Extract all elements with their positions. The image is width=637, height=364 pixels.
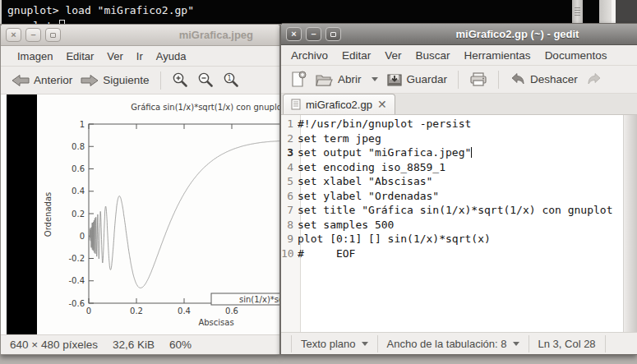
code-line[interactable]: 9plot [0:1] [] sin(1/x)*sqrt(x)	[281, 232, 623, 247]
line-number: 9	[281, 232, 298, 247]
chevron-down-icon	[513, 342, 519, 346]
line-text: # EOF	[298, 247, 355, 261]
svg-text:Ordenadas: Ordenadas	[44, 192, 53, 237]
menu-ver[interactable]: Ver	[385, 46, 401, 65]
svg-text:Abscisas: Abscisas	[198, 318, 233, 327]
zoom-normal-button[interactable]: 1	[219, 69, 244, 91]
terminal-command-line: gnuplot> load "miGrafico2.gp"	[7, 4, 194, 16]
background-window-edge	[599, 0, 612, 24]
line-text: set ylabel "Ordenadas"	[298, 189, 439, 204]
code-line[interactable]: 5set xlabel "Abscisas"	[281, 174, 623, 189]
svg-text:0.8: 0.8	[72, 142, 85, 151]
tab-migrafico2[interactable]: miGrafico2.gp ✕	[283, 94, 395, 114]
gedit-tabbar: miGrafico2.gp ✕	[281, 94, 637, 115]
line-text: set output "miGrafica.jpeg"	[298, 145, 472, 160]
line-number: 3	[281, 145, 298, 160]
open-button[interactable]: Abrir	[311, 70, 382, 90]
menu-imagen[interactable]: Imagen	[17, 47, 53, 66]
new-document-icon	[290, 71, 307, 88]
svg-text:0.4: 0.4	[178, 306, 191, 316]
gnuplot-chart: Gráfica sin(1/x)*sqrt(1/x) con gnuplotOr…	[37, 94, 279, 334]
terminal-window[interactable]: gnuplot> load "miGrafico2.gp" gnuplot>	[0, 0, 637, 24]
menu-archivo[interactable]: Archivo	[291, 46, 328, 65]
code-line[interactable]: 6set ylabel "Ordenadas"	[281, 189, 623, 204]
image-viewer-window: × – miGrafica.jpeg ImagenEditarVerIrAyud…	[0, 24, 280, 355]
print-button[interactable]	[465, 70, 492, 90]
gedit-toolbar: Abrir Guardar Deshacer	[281, 66, 637, 94]
line-text: set samples 500	[298, 218, 394, 233]
previous-label: Anterior	[34, 74, 72, 86]
menu-editar[interactable]: Editar	[66, 47, 94, 66]
maximize-button[interactable]	[325, 27, 341, 41]
open-label: Abrir	[338, 73, 362, 85]
editor-scrollbar[interactable]	[623, 115, 637, 332]
next-label: Siguiente	[103, 74, 149, 86]
viewer-window-title: miGrafica.jpeg	[65, 29, 275, 41]
tab-close-icon[interactable]: ✕	[377, 99, 387, 110]
menu-herramientas[interactable]: Herramientas	[464, 46, 531, 65]
svg-text:0.2: 0.2	[130, 306, 143, 316]
line-number: 2	[281, 131, 298, 146]
svg-text:-0.4: -0.4	[68, 276, 85, 285]
arrow-right-icon	[81, 74, 99, 87]
save-icon	[386, 71, 403, 88]
new-document-button[interactable]	[286, 68, 311, 90]
syntax-mode-label: Texto plano	[301, 338, 356, 350]
line-text: #!/usr/bin/gnuplot -persist	[298, 117, 471, 131]
menu-editar[interactable]: Editar	[342, 46, 371, 65]
code-line[interactable]: 3set output "miGrafica.jpeg"	[281, 145, 623, 160]
toolbar-separator	[160, 71, 161, 90]
next-image-button[interactable]: Siguiente	[76, 71, 153, 90]
line-text: plot [0:1] [] sin(1/x)*sqrt(x)	[298, 232, 491, 247]
gedit-titlebar[interactable]: × – miGrafico2.gp (~) - gedit	[281, 24, 637, 45]
save-label: Guardar	[407, 73, 448, 85]
redo-icon	[586, 72, 602, 86]
code-line[interactable]: 4set encoding iso_8859_1	[281, 160, 623, 175]
close-button[interactable]: ×	[286, 27, 302, 41]
viewer-titlebar[interactable]: × – miGrafica.jpeg	[1, 25, 279, 46]
menu-ver[interactable]: Ver	[107, 47, 123, 66]
menu-ayuda[interactable]: Ayuda	[156, 47, 187, 66]
code-line[interactable]: 10# EOF	[281, 247, 623, 261]
save-button[interactable]: Guardar	[382, 69, 452, 90]
open-dropdown-icon[interactable]	[372, 77, 378, 81]
code-line[interactable]: 7set title "Gráfica sin(1/x)*sqrt(1/x) c…	[281, 203, 623, 218]
menu-ir[interactable]: Ir	[136, 47, 143, 66]
viewer-statusbar: 640 × 480 píxeles 32,6 KiB 60%	[1, 334, 279, 354]
svg-text:Gráfica sin(1/x)*sqrt(1/x) con: Gráfica sin(1/x)*sqrt(1/x) con gnuplot	[131, 103, 279, 112]
svg-text:1: 1	[227, 75, 231, 82]
cursor-position-label: Ln 3, Col 28	[538, 338, 596, 350]
zoom-1-1-icon: 1	[223, 71, 240, 89]
minimize-button[interactable]: –	[25, 28, 41, 42]
minimize-button[interactable]: –	[306, 27, 321, 41]
previous-image-button[interactable]: Anterior	[7, 71, 76, 90]
terminal-scrollbar[interactable]	[572, 0, 583, 24]
tab-width-dropdown[interactable]: Ancho de la tabulación: 8	[378, 335, 529, 352]
zoom-in-button[interactable]	[168, 69, 193, 91]
gedit-statusbar: Texto plano Ancho de la tabulación: 8 Ln…	[281, 332, 637, 354]
svg-text:-0.2: -0.2	[68, 254, 85, 263]
toolbar-separator	[458, 71, 459, 89]
code-line[interactable]: 1#!/usr/bin/gnuplot -persist	[281, 117, 623, 131]
maximize-icon	[330, 32, 336, 37]
toolbar-separator	[498, 71, 499, 89]
close-button[interactable]: ×	[6, 28, 21, 42]
zoom-out-button[interactable]	[193, 69, 219, 91]
text-editor-area[interactable]: 1#!/usr/bin/gnuplot -persist2set term jp…	[281, 115, 637, 332]
undo-button[interactable]: Deshacer	[505, 70, 582, 89]
code-line[interactable]: 2set term jpeg	[281, 131, 623, 146]
code-line[interactable]: 8set samples 500	[281, 218, 623, 233]
image-filesize: 32,6 KiB	[113, 339, 155, 351]
text-cursor	[471, 147, 472, 158]
tab-label: miGrafico2.gp	[306, 99, 372, 111]
image-display-area: Gráfica sin(1/x)*sqrt(1/x) con gnuplotOr…	[1, 94, 279, 334]
line-number: 1	[281, 117, 298, 131]
menu-buscar[interactable]: Buscar	[416, 46, 450, 65]
syntax-mode-dropdown[interactable]: Texto plano	[291, 335, 378, 352]
maximize-button[interactable]	[45, 28, 61, 42]
redo-button[interactable]	[582, 70, 607, 89]
menu-documentos[interactable]: Documentos	[545, 46, 607, 65]
line-number: 6	[281, 189, 298, 204]
image-zoom-level: 60%	[169, 339, 192, 351]
line-text: set title "Gráfica sin(1/x)*sqrt(1/x) co…	[298, 203, 613, 218]
